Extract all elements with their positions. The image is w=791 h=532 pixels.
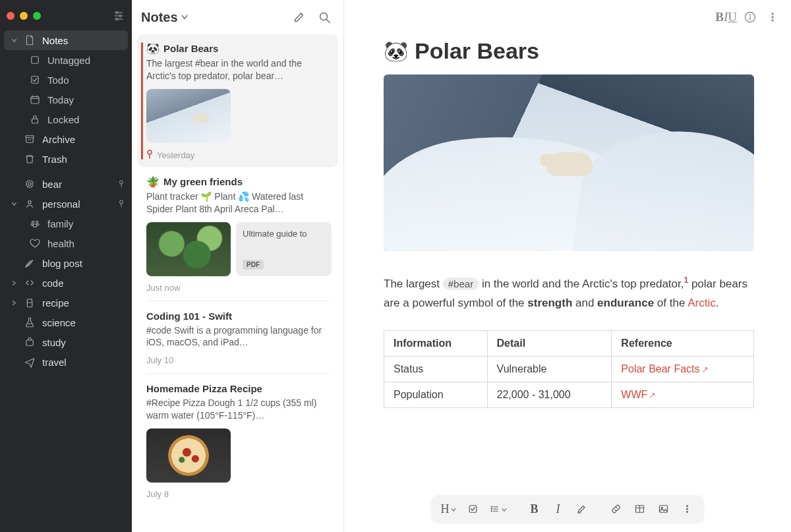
chevron-down-icon[interactable]: [11, 38, 17, 44]
text-run: The largest: [384, 278, 443, 290]
image-button[interactable]: [653, 499, 675, 519]
pin-icon: [119, 200, 124, 208]
info-button[interactable]: [741, 8, 759, 26]
sidebar-item-untagged[interactable]: Untagged: [4, 50, 128, 70]
sidebar-item-label: Untagged: [47, 55, 124, 66]
note-card[interactable]: 🪴 My green friends Plant tracker 🌱 Plant…: [137, 167, 338, 299]
sidebar-tag-study[interactable]: study: [4, 332, 128, 352]
bag-icon: [24, 336, 36, 348]
svg-point-17: [120, 181, 123, 184]
note-card-meta: July 10: [146, 355, 332, 365]
attachment-title: Ultimate guide to: [243, 229, 325, 239]
editor-header: BIU: [344, 0, 791, 34]
format-biu-indicator[interactable]: BIU: [715, 10, 737, 24]
svg-point-37: [750, 15, 751, 15]
close-window-button[interactable]: [7, 12, 15, 20]
svg-rect-12: [32, 119, 38, 123]
minimize-window-button[interactable]: [20, 12, 28, 20]
note-list-title[interactable]: Notes: [141, 10, 189, 25]
info-table[interactable]: Information Detail Reference Status Vuln…: [384, 330, 754, 408]
hero-image-subject: [546, 152, 593, 176]
chevron-down-icon[interactable]: [11, 201, 17, 207]
editor-toolbar: H B I: [432, 495, 704, 523]
sidebar-item-trash[interactable]: Trash: [4, 149, 128, 169]
svg-point-19: [28, 201, 32, 204]
sidebar-item-archive[interactable]: Archive: [4, 129, 128, 149]
note-card[interactable]: 🐼 Polar Bears The largest #bear in the w…: [137, 34, 338, 167]
note-card-attachment[interactable]: Ultimate guide to PDF: [236, 222, 332, 276]
svg-rect-41: [469, 506, 477, 513]
sidebar-tag-family[interactable]: family: [4, 214, 128, 233]
svg-point-33: [148, 150, 152, 154]
more-button[interactable]: [763, 8, 782, 26]
hero-image[interactable]: [384, 74, 754, 251]
chevron-right-icon[interactable]: [11, 300, 17, 306]
note-list-header: Notes: [132, 0, 343, 34]
note-card-preview: The largest #bear in the world and the A…: [146, 57, 332, 82]
svg-point-54: [687, 506, 688, 507]
note-card-date: July 10: [146, 355, 173, 365]
text-run: .: [716, 297, 719, 309]
table-link[interactable]: Polar Bear Facts↗: [621, 363, 708, 374]
highlight-button[interactable]: [571, 499, 593, 519]
svg-point-46: [491, 508, 492, 509]
note-card-emoji: 🪴: [146, 175, 160, 188]
link-text: Polar Bear Facts: [621, 363, 699, 374]
sidebar-tag-personal[interactable]: personal: [4, 194, 128, 214]
note-list-scroll[interactable]: 🐼 Polar Bears The largest #bear in the w…: [132, 34, 343, 532]
svg-point-53: [661, 507, 662, 508]
heart-icon: [29, 237, 41, 249]
chevron-right-icon[interactable]: [11, 280, 17, 286]
sidebar-item-locked[interactable]: Locked: [4, 109, 128, 129]
inline-link[interactable]: Arctic: [688, 297, 716, 309]
compose-button[interactable]: [289, 7, 309, 27]
underline-indicator: U: [728, 10, 737, 24]
table-link[interactable]: WWF↗: [621, 389, 656, 400]
sidebar-tag-code[interactable]: code: [4, 273, 128, 293]
toolbar-more-button[interactable]: [676, 499, 699, 519]
sidebar-tag-blog-post[interactable]: blog post: [4, 253, 128, 273]
sidebar-settings-icon[interactable]: [112, 9, 125, 22]
sidebar-tag-bear[interactable]: bear: [4, 174, 128, 194]
feather-icon: [24, 257, 36, 269]
link-text: Arctic: [688, 297, 716, 309]
link-button[interactable]: [605, 499, 628, 519]
sidebar-item-todo[interactable]: Todo: [4, 70, 128, 90]
note-card-thumbs: [146, 429, 332, 483]
sidebar-item-label: Notes: [42, 35, 124, 46]
note-icon: [24, 34, 36, 46]
trash-icon: [24, 153, 36, 165]
italic-button[interactable]: I: [547, 499, 570, 519]
sidebar-tag-recipe[interactable]: recipe: [4, 293, 128, 312]
table-row[interactable]: Population 22,000 - 31,000 WWF↗: [384, 382, 754, 408]
chevron-down-icon: [181, 13, 189, 21]
list-dropdown-button[interactable]: [486, 499, 512, 519]
editor-body[interactable]: 🐼 Polar Bears The largest #bear in the w…: [344, 34, 791, 532]
heading-dropdown-button[interactable]: H: [437, 499, 461, 519]
note-title[interactable]: 🐼 Polar Bears: [384, 38, 754, 64]
sidebar-tag-health[interactable]: health: [4, 233, 128, 253]
square-icon: [29, 54, 41, 66]
search-button[interactable]: [314, 7, 334, 27]
bold-button[interactable]: B: [523, 499, 546, 519]
svg-rect-6: [32, 57, 39, 64]
footnote-ref[interactable]: 1: [684, 276, 688, 285]
note-paragraph[interactable]: The largest #bear in the world and the A…: [384, 274, 754, 313]
sidebar-item-notes[interactable]: Notes: [4, 30, 128, 50]
table-button[interactable]: [629, 499, 651, 519]
note-card-date: Just now: [146, 283, 180, 293]
sidebar-item-label: Today: [47, 94, 124, 105]
bold-indicator: B: [715, 10, 724, 24]
note-card-title: Coding 101 - Swift: [146, 310, 332, 322]
traffic-lights: [7, 12, 41, 20]
note-card[interactable]: Coding 101 - Swift #code Swift is a prog…: [137, 303, 338, 372]
sidebar-item-today[interactable]: Today: [4, 90, 128, 109]
note-card[interactable]: Homemade Pizza Recipe #Recipe Pizza Doug…: [137, 375, 338, 506]
chevron-down-icon: [502, 502, 508, 516]
zoom-window-button[interactable]: [33, 12, 41, 20]
table-row[interactable]: Status Vulnerable Polar Bear Facts↗: [384, 357, 754, 382]
sidebar-tag-travel[interactable]: travel: [4, 352, 128, 372]
todo-button[interactable]: [462, 499, 484, 519]
sidebar-tag-science[interactable]: science: [4, 312, 128, 332]
hashtag-chip[interactable]: #bear: [443, 278, 479, 290]
